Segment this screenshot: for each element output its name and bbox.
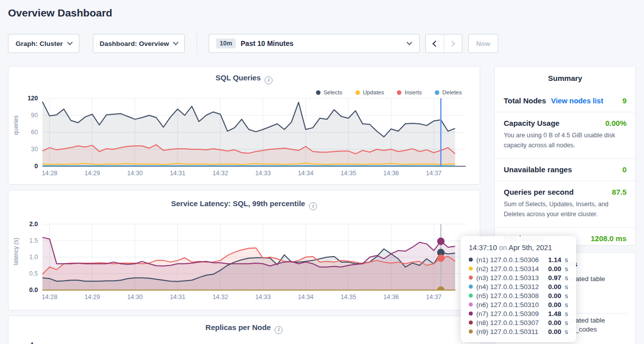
- graph-dropdown-label: Graph: Cluster: [15, 40, 63, 47]
- summary-title: Summary: [495, 66, 636, 87]
- qps-desc: Sum of Selects, Updates, Inserts, and De…: [495, 198, 636, 222]
- x-tick-label: 14:33: [255, 170, 271, 177]
- time-step-buttons: [425, 34, 462, 53]
- legend-item-inserts: Inserts: [397, 89, 422, 95]
- info-icon[interactable]: i: [275, 326, 283, 334]
- node-color-dot-icon: [469, 312, 473, 316]
- y-tick-label: 90: [31, 112, 38, 119]
- x-tick-label: 14:34: [298, 294, 314, 301]
- x-tick-label: 14:37: [426, 294, 441, 301]
- now-button[interactable]: Now: [468, 34, 498, 53]
- chevron-left-icon: [432, 40, 439, 47]
- tooltip-node-row: (n4) 127.0.0.1:503120.00s: [469, 282, 568, 291]
- tooltip-node-row: (n6) 127.0.0.1:503100.00s: [469, 300, 568, 309]
- total-nodes-value: 9: [623, 96, 627, 105]
- x-tick-label: 14:29: [84, 170, 100, 177]
- x-tick-label: 14:35: [340, 170, 356, 177]
- qps-label: Queries per second: [504, 188, 574, 196]
- summary-row-unavailable: Unavailable ranges 0: [495, 158, 636, 176]
- y-tick-label: 1.0: [29, 254, 38, 261]
- tooltip-node-row: (n2) 127.0.0.1:503140.00s: [469, 264, 568, 273]
- tooltip-node-row: (n5) 127.0.0.1:503080.00s: [469, 291, 568, 300]
- graph-dropdown[interactable]: Graph: Cluster: [8, 34, 79, 53]
- node-color-dot-icon: [469, 276, 473, 280]
- now-button-label: Now: [476, 40, 491, 47]
- chevron-down-icon: [67, 39, 72, 45]
- replicas-panel: Replicas per Nodei 1: [8, 316, 480, 344]
- legend-dot-icon: [355, 90, 360, 95]
- y-tick-label: 0.5: [29, 270, 38, 277]
- replicas-title: Replicas per Nodei: [8, 323, 480, 334]
- service-latency-panel: Service Latency: SQL, 99th percentilei l…: [8, 190, 480, 311]
- next-time-button[interactable]: [444, 34, 462, 52]
- node-color-dot-icon: [469, 285, 473, 289]
- info-icon[interactable]: i: [265, 76, 273, 84]
- tooltip-node-row: (n9) 127.0.0.1:503110.00s: [469, 327, 568, 336]
- x-tick-label: 14:30: [127, 294, 143, 301]
- time-range-dropdown[interactable]: 10m Past 10 Minutes: [209, 34, 420, 53]
- x-tick-label: 14:28: [42, 294, 57, 301]
- legend-item-deletes: Deletes: [435, 89, 462, 95]
- x-tick-label: 14:31: [170, 170, 185, 177]
- tooltip-node-row: (n1) 127.0.0.1:503061.14s: [469, 255, 568, 264]
- legend-dot-icon: [316, 90, 321, 95]
- tooltip-node-row: (n8) 127.0.0.1:503070.00s: [469, 318, 568, 327]
- total-nodes-label: Total Nodes: [504, 96, 546, 105]
- node-color-dot-icon: [469, 258, 473, 262]
- x-tick-label: 14:34: [298, 170, 314, 177]
- x-tick-label: 14:30: [127, 170, 143, 177]
- x-tick-label: 14:31: [170, 294, 185, 301]
- clipped-axis-label: 1: [30, 341, 34, 344]
- y-tick-label: 1.5: [29, 237, 38, 244]
- prev-time-button[interactable]: [426, 34, 444, 52]
- summary-row-total-nodes: Total Nodes View nodes list 9: [495, 87, 636, 107]
- x-tick-label: 14:28: [42, 170, 57, 177]
- chevron-right-icon: [449, 40, 456, 47]
- chevron-down-icon: [173, 39, 179, 45]
- y-tick-label: 0: [34, 163, 38, 170]
- tooltip-node-row: (n3) 127.0.0.1:503130.97s: [469, 273, 568, 282]
- legend-dot-icon: [435, 90, 439, 95]
- legend-item-updates: Updates: [355, 89, 384, 95]
- legend-dot-icon: [397, 90, 401, 95]
- capacity-desc: You are using 0 B of 4.5 GiB usable disk…: [495, 129, 636, 153]
- y-tick-label: 2.0: [29, 221, 38, 228]
- y-tick-label: 30: [31, 146, 38, 153]
- summary-row-capacity: Capacity Usage 0.00%: [495, 112, 636, 129]
- time-range-label: Past 10 Minutes: [241, 39, 294, 47]
- hover-point: [437, 238, 445, 245]
- info-icon[interactable]: i: [309, 202, 317, 210]
- sql-queries-legend: SelectsUpdatesInsertsDeletes: [316, 89, 462, 95]
- node-color-dot-icon: [469, 267, 473, 271]
- service-latency-title: Service Latency: SQL, 99th percentilei: [8, 199, 480, 210]
- sql-queries-panel: SQL Queriesi SelectsUpdatesInsertsDelete…: [8, 66, 480, 185]
- summary-row-qps: Queries per second 87.5: [495, 181, 636, 198]
- hover-point: [437, 287, 445, 294]
- view-nodes-list-link[interactable]: View nodes list: [551, 97, 604, 105]
- qps-value: 87.5: [612, 188, 627, 196]
- node-color-dot-icon: [469, 330, 473, 334]
- node-color-dot-icon: [469, 321, 473, 325]
- summary-panel: Summary Total Nodes View nodes list 9 Ca…: [494, 66, 636, 246]
- y-tick-label: 120: [27, 95, 38, 102]
- capacity-value: 0.00%: [605, 119, 627, 127]
- x-tick-label: 14:37: [426, 170, 441, 177]
- node-color-dot-icon: [469, 294, 473, 298]
- time-range-badge: 10m: [216, 38, 236, 48]
- legend-item-selects: Selects: [316, 89, 342, 95]
- x-tick-label: 14:32: [213, 170, 228, 177]
- hover-point: [437, 255, 445, 262]
- p99-latency-value: 1208.0 ms: [591, 234, 627, 243]
- x-tick-label: 14:33: [255, 294, 271, 301]
- x-tick-label: 14:32: [213, 294, 228, 301]
- overview-dashboard-page: Overview Dashboard Graph: Cluster Dashbo…: [0, 0, 644, 344]
- tooltip-node-row: (n7) 127.0.0.1:503091.48s: [469, 309, 568, 318]
- x-tick-label: 14:36: [383, 294, 399, 301]
- x-tick-label: 14:29: [84, 294, 100, 301]
- chevron-down-icon: [406, 39, 412, 45]
- latency-y-axis-label: latency (s): [12, 238, 19, 265]
- tooltip-timestamp: 14:37:10 on Apr 5th, 2021: [469, 244, 568, 252]
- dashboard-dropdown[interactable]: Dashboard: Overview: [93, 34, 185, 53]
- unavailable-ranges-value: 0: [623, 165, 627, 174]
- sql-y-axis-label: queries: [12, 115, 19, 135]
